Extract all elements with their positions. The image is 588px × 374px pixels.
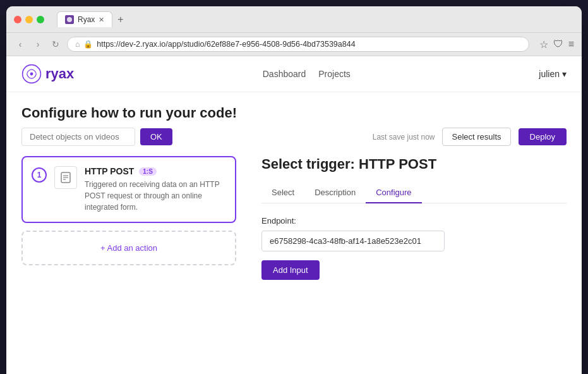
tab-bar: Ryax ✕ + xyxy=(57,11,126,27)
svg-point-2 xyxy=(30,73,33,76)
browser-addressbar: ‹ › ↻ ⌂ 🔒 https://dev-2.ryax.io/app/stud… xyxy=(6,33,582,56)
tabs-row: Select Description Configure xyxy=(261,183,567,203)
tab-close-icon[interactable]: ✕ xyxy=(99,16,104,24)
menu-icon[interactable]: ≡ xyxy=(568,39,574,51)
tab-favicon xyxy=(65,15,74,24)
subheader-row: OK Last save just now Select results Dep… xyxy=(6,128,582,156)
app-logo: ryax xyxy=(21,64,74,84)
project-name-input[interactable] xyxy=(21,128,135,146)
maximize-button[interactable] xyxy=(37,16,44,23)
shield-icon[interactable]: 🛡 xyxy=(553,39,563,51)
app-navbar: ryax Dashboard Projects julien ▾ xyxy=(6,56,582,92)
select-results-button[interactable]: Select results xyxy=(442,128,510,146)
page-title: Configure how to run your code! xyxy=(21,105,237,121)
tab-configure[interactable]: Configure xyxy=(366,183,421,203)
browser-actions: ☆ 🛡 ≡ xyxy=(539,39,574,51)
url-display: https://dev-2.ryax.io/app/studio/62ef88e… xyxy=(97,40,355,49)
configure-form: Endpoint: Add Input xyxy=(261,216,567,280)
trigger-description: Triggered on receiving data on an HTTP P… xyxy=(85,179,226,213)
add-action-label: + Add an action xyxy=(100,243,157,253)
right-panel-title: Select trigger: HTTP POST xyxy=(261,156,567,172)
tab-description[interactable]: Description xyxy=(304,183,366,203)
ok-button[interactable]: OK xyxy=(140,128,172,145)
user-menu[interactable]: julien ▾ xyxy=(539,69,567,79)
page-header: Configure how to run your code! xyxy=(6,92,582,128)
minimize-button[interactable] xyxy=(25,16,33,23)
trigger-number: 1 xyxy=(32,167,47,183)
trigger-card[interactable]: 1 HTTP POST 1:S xyxy=(21,156,236,223)
add-input-button[interactable]: Add Input xyxy=(261,260,320,280)
project-name-area: OK xyxy=(21,128,172,146)
tab-select[interactable]: Select xyxy=(261,183,304,203)
active-tab[interactable]: Ryax ✕ xyxy=(57,11,112,27)
traffic-lights xyxy=(14,16,44,23)
left-panel: 1 HTTP POST 1:S xyxy=(21,156,236,365)
app-content: ryax Dashboard Projects julien ▾ Configu… xyxy=(6,56,582,374)
endpoint-input[interactable] xyxy=(261,231,445,251)
close-button[interactable] xyxy=(14,16,21,23)
back-button[interactable]: ‹ xyxy=(14,38,27,51)
right-panel: Select trigger: HTTP POST Select Descrip… xyxy=(261,156,567,365)
browser-titlebar: Ryax ✕ + xyxy=(6,6,582,33)
trigger-info: HTTP POST 1:S Triggered on receiving dat… xyxy=(85,166,226,213)
trigger-title: HTTP POST xyxy=(85,166,134,176)
logo-icon xyxy=(21,64,42,84)
trigger-icon xyxy=(54,166,77,189)
tab-label: Ryax xyxy=(78,15,95,24)
endpoint-label: Endpoint: xyxy=(261,216,567,226)
trigger-badge: 1:S xyxy=(139,167,157,176)
logo-text: ryax xyxy=(45,66,74,82)
projects-link[interactable]: Projects xyxy=(318,69,351,79)
nav-links: Dashboard Projects xyxy=(263,69,351,79)
dashboard-link[interactable]: Dashboard xyxy=(263,69,306,79)
new-tab-button[interactable]: + xyxy=(115,14,126,25)
header-actions: Last save just now Select results Deploy xyxy=(373,128,567,146)
svg-point-0 xyxy=(67,17,72,22)
add-action-card[interactable]: + Add an action xyxy=(21,231,236,265)
reload-button[interactable]: ↻ xyxy=(49,38,62,51)
bookmark-icon[interactable]: ☆ xyxy=(539,39,548,51)
address-bar[interactable]: ⌂ 🔒 https://dev-2.ryax.io/app/studio/62e… xyxy=(67,37,529,52)
save-status: Last save just now xyxy=(373,133,435,142)
user-label: julien xyxy=(539,69,560,79)
main-layout: 1 HTTP POST 1:S xyxy=(6,156,582,374)
user-chevron-icon: ▾ xyxy=(562,69,567,79)
home-icon: ⌂ xyxy=(75,40,80,49)
lock-icon: 🔒 xyxy=(83,40,93,49)
trigger-title-row: HTTP POST 1:S xyxy=(85,166,226,176)
deploy-button[interactable]: Deploy xyxy=(519,128,567,145)
browser-window: Ryax ✕ + ‹ › ↻ ⌂ 🔒 https://dev-2.ryax.io… xyxy=(6,6,582,374)
forward-button[interactable]: › xyxy=(32,38,44,51)
